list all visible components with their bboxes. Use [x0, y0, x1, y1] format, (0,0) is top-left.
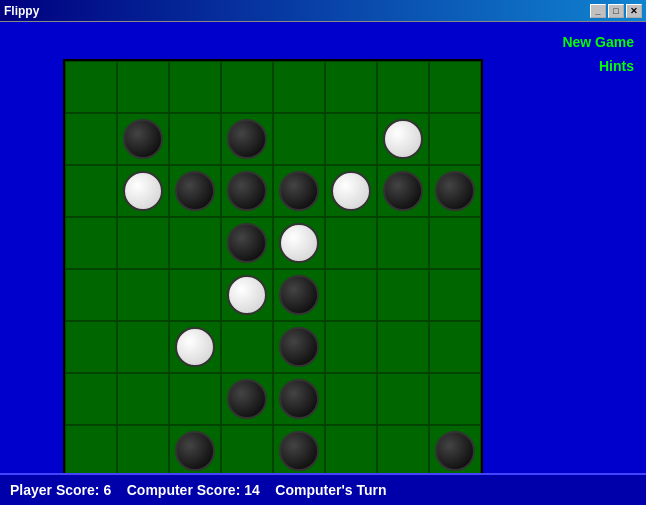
- board-cell[interactable]: [169, 165, 221, 217]
- board-cell[interactable]: [221, 269, 273, 321]
- white-piece: [227, 275, 267, 315]
- board-cell[interactable]: [169, 425, 221, 477]
- board-cell[interactable]: [221, 321, 273, 373]
- hints-button[interactable]: Hints: [595, 56, 638, 76]
- board-cell[interactable]: [273, 165, 325, 217]
- minimize-button[interactable]: _: [590, 4, 606, 18]
- board-cell[interactable]: [117, 165, 169, 217]
- white-piece: [175, 327, 215, 367]
- board-cell[interactable]: [65, 373, 117, 425]
- board-cell[interactable]: [169, 321, 221, 373]
- board-cell[interactable]: [117, 217, 169, 269]
- board-cell[interactable]: [377, 113, 429, 165]
- board-cell[interactable]: [221, 113, 273, 165]
- board-cell[interactable]: [65, 217, 117, 269]
- board-cell[interactable]: [377, 321, 429, 373]
- board-cell[interactable]: [429, 217, 481, 269]
- app-title: Flippy: [4, 4, 590, 18]
- board-cell[interactable]: [117, 269, 169, 321]
- board-cell[interactable]: [377, 61, 429, 113]
- board-cell[interactable]: [273, 321, 325, 373]
- black-piece: [279, 327, 319, 367]
- board-cell[interactable]: [429, 425, 481, 477]
- status-bar: Player Score: 6 Computer Score: 14 Compu…: [0, 473, 646, 505]
- board-cell[interactable]: [325, 425, 377, 477]
- board-cell[interactable]: [221, 373, 273, 425]
- right-panel: New Game Hints: [546, 22, 646, 505]
- board-cell[interactable]: [65, 321, 117, 373]
- board-cell[interactable]: [429, 373, 481, 425]
- board-cell[interactable]: [169, 217, 221, 269]
- board-cell[interactable]: [429, 165, 481, 217]
- black-piece: [123, 119, 163, 159]
- board-cell[interactable]: [377, 165, 429, 217]
- board-cell[interactable]: [65, 165, 117, 217]
- board-cell[interactable]: [325, 269, 377, 321]
- board-cell[interactable]: [169, 61, 221, 113]
- board-cell[interactable]: [377, 425, 429, 477]
- board-cell[interactable]: [169, 269, 221, 321]
- turn-indicator: Computer's Turn: [275, 482, 386, 498]
- status-text: Player Score: 6 Computer Score: 14 Compu…: [10, 482, 387, 498]
- black-piece: [227, 119, 267, 159]
- board-cell[interactable]: [325, 217, 377, 269]
- board-cell[interactable]: [65, 269, 117, 321]
- black-piece: [279, 379, 319, 419]
- black-piece: [227, 379, 267, 419]
- board-cell[interactable]: [377, 269, 429, 321]
- board-cell[interactable]: [221, 165, 273, 217]
- board-cell[interactable]: [117, 425, 169, 477]
- black-piece: [435, 171, 475, 211]
- close-button[interactable]: ✕: [626, 4, 642, 18]
- board-cell[interactable]: [273, 61, 325, 113]
- black-piece: [175, 171, 215, 211]
- board-cell[interactable]: [273, 217, 325, 269]
- board-cell[interactable]: [117, 321, 169, 373]
- player-score: Player Score: 6: [10, 482, 111, 498]
- board-cell[interactable]: [429, 61, 481, 113]
- board-cell[interactable]: [169, 373, 221, 425]
- board-cell[interactable]: [429, 113, 481, 165]
- black-piece: [227, 223, 267, 263]
- board-container: [0, 22, 546, 505]
- board-cell[interactable]: [117, 373, 169, 425]
- board-cell[interactable]: [65, 425, 117, 477]
- board-cell[interactable]: [429, 321, 481, 373]
- board-cell[interactable]: [221, 217, 273, 269]
- board-cell[interactable]: [169, 113, 221, 165]
- white-piece: [331, 171, 371, 211]
- board-cell[interactable]: [117, 61, 169, 113]
- board-cell[interactable]: [325, 321, 377, 373]
- board-cell[interactable]: [273, 269, 325, 321]
- board-cell[interactable]: [325, 113, 377, 165]
- black-piece: [175, 431, 215, 471]
- board-cell[interactable]: [221, 61, 273, 113]
- black-piece: [279, 171, 319, 211]
- board-cell[interactable]: [429, 269, 481, 321]
- new-game-button[interactable]: New Game: [558, 32, 638, 52]
- game-board: [63, 59, 483, 479]
- board-cell[interactable]: [325, 373, 377, 425]
- black-piece: [383, 171, 423, 211]
- black-piece: [435, 431, 475, 471]
- main-area: New Game Hints: [0, 22, 646, 505]
- board-cell[interactable]: [117, 113, 169, 165]
- black-piece: [227, 171, 267, 211]
- board-cell[interactable]: [273, 113, 325, 165]
- window-controls: _ □ ✕: [590, 4, 642, 18]
- board-cell[interactable]: [325, 165, 377, 217]
- board-cell[interactable]: [325, 61, 377, 113]
- board-cell[interactable]: [273, 425, 325, 477]
- white-piece: [383, 119, 423, 159]
- maximize-button[interactable]: □: [608, 4, 624, 18]
- board-cell[interactable]: [65, 61, 117, 113]
- board-cell[interactable]: [273, 373, 325, 425]
- black-piece: [279, 275, 319, 315]
- white-piece: [123, 171, 163, 211]
- board-cell[interactable]: [377, 373, 429, 425]
- board-cell[interactable]: [377, 217, 429, 269]
- board-cell[interactable]: [221, 425, 273, 477]
- computer-score: Computer Score: 14: [127, 482, 260, 498]
- white-piece: [279, 223, 319, 263]
- board-cell[interactable]: [65, 113, 117, 165]
